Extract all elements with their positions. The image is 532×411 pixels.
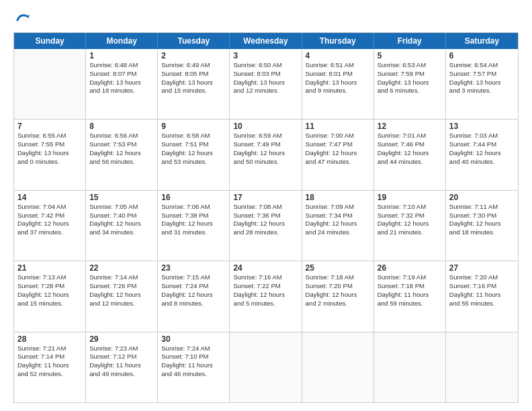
calendar-cell: [14, 49, 86, 119]
day-number: 7: [17, 122, 82, 131]
day-number: 26: [378, 263, 442, 273]
calendar-cell: 21Sunrise: 7:13 AM Sunset: 7:28 PM Dayli…: [14, 261, 86, 331]
calendar-body: 1Sunrise: 6:48 AM Sunset: 8:07 PM Daylig…: [14, 49, 518, 402]
calendar-row: 7Sunrise: 6:55 AM Sunset: 7:55 PM Daylig…: [14, 120, 518, 190]
day-detail: Sunrise: 7:15 AM Sunset: 7:24 PM Dayligh…: [161, 273, 226, 308]
calendar-row: 28Sunrise: 7:21 AM Sunset: 7:14 PM Dayli…: [14, 332, 518, 402]
calendar-cell: 1Sunrise: 6:48 AM Sunset: 8:07 PM Daylig…: [86, 49, 158, 119]
day-number: 23: [161, 263, 226, 273]
day-detail: Sunrise: 7:09 AM Sunset: 7:34 PM Dayligh…: [306, 203, 370, 237]
calendar-cell: 8Sunrise: 6:56 AM Sunset: 7:53 PM Daylig…: [86, 120, 158, 189]
calendar-cell: 5Sunrise: 6:53 AM Sunset: 7:59 PM Daylig…: [374, 49, 446, 119]
day-detail: Sunrise: 7:24 AM Sunset: 7:10 PM Dayligh…: [161, 345, 226, 379]
day-number: 29: [89, 334, 154, 344]
day-number: 20: [449, 193, 515, 202]
day-detail: Sunrise: 7:08 AM Sunset: 7:36 PM Dayligh…: [233, 203, 298, 237]
calendar-cell: 22Sunrise: 7:14 AM Sunset: 7:26 PM Dayli…: [86, 261, 158, 331]
day-detail: Sunrise: 7:19 AM Sunset: 7:18 PM Dayligh…: [378, 273, 442, 308]
day-detail: Sunrise: 7:01 AM Sunset: 7:46 PM Dayligh…: [378, 132, 442, 166]
calendar-row: 21Sunrise: 7:13 AM Sunset: 7:28 PM Dayli…: [14, 261, 518, 332]
calendar-row: 14Sunrise: 7:04 AM Sunset: 7:42 PM Dayli…: [14, 191, 518, 261]
day-detail: Sunrise: 7:04 AM Sunset: 7:42 PM Dayligh…: [17, 203, 82, 237]
day-number: 5: [378, 51, 442, 60]
day-number: 28: [17, 334, 82, 344]
day-number: 30: [161, 334, 226, 344]
day-detail: Sunrise: 7:10 AM Sunset: 7:32 PM Dayligh…: [378, 203, 442, 237]
day-detail: Sunrise: 6:53 AM Sunset: 7:59 PM Dayligh…: [378, 61, 442, 95]
day-detail: Sunrise: 6:58 AM Sunset: 7:51 PM Dayligh…: [161, 132, 226, 166]
calendar: SundayMondayTuesdayWednesdayThursdayFrid…: [13, 32, 519, 403]
day-number: 24: [233, 263, 298, 273]
calendar-cell: [446, 332, 518, 402]
day-number: 25: [306, 263, 370, 273]
calendar-cell: [374, 332, 446, 402]
calendar-cell: 18Sunrise: 7:09 AM Sunset: 7:34 PM Dayli…: [302, 191, 374, 261]
calendar-row: 1Sunrise: 6:48 AM Sunset: 8:07 PM Daylig…: [14, 49, 518, 120]
calendar-cell: 30Sunrise: 7:24 AM Sunset: 7:10 PM Dayli…: [158, 332, 230, 402]
day-number: 16: [161, 193, 226, 202]
header: [13, 11, 519, 26]
weekday-header: Monday: [86, 33, 158, 49]
logo-icon: [15, 11, 30, 26]
day-detail: Sunrise: 7:21 AM Sunset: 7:14 PM Dayligh…: [17, 345, 82, 379]
calendar-cell: 24Sunrise: 7:16 AM Sunset: 7:22 PM Dayli…: [230, 261, 302, 331]
weekday-header: Thursday: [302, 33, 374, 49]
calendar-cell: 27Sunrise: 7:20 AM Sunset: 7:16 PM Dayli…: [446, 261, 518, 331]
calendar-cell: 23Sunrise: 7:15 AM Sunset: 7:24 PM Dayli…: [158, 261, 230, 331]
day-number: 19: [378, 193, 442, 202]
day-number: 21: [17, 263, 82, 273]
day-detail: Sunrise: 7:03 AM Sunset: 7:44 PM Dayligh…: [449, 132, 515, 166]
weekday-header: Sunday: [14, 33, 86, 49]
day-number: 2: [161, 51, 226, 60]
day-detail: Sunrise: 6:55 AM Sunset: 7:55 PM Dayligh…: [17, 132, 82, 166]
day-detail: Sunrise: 7:06 AM Sunset: 7:38 PM Dayligh…: [161, 203, 226, 237]
weekday-header: Tuesday: [158, 33, 230, 49]
calendar-cell: 15Sunrise: 7:05 AM Sunset: 7:40 PM Dayli…: [86, 191, 158, 261]
calendar-cell: 3Sunrise: 6:50 AM Sunset: 8:03 PM Daylig…: [230, 49, 302, 119]
day-number: 4: [306, 51, 370, 60]
day-detail: Sunrise: 6:59 AM Sunset: 7:49 PM Dayligh…: [233, 132, 298, 166]
calendar-cell: 17Sunrise: 7:08 AM Sunset: 7:36 PM Dayli…: [230, 191, 302, 261]
day-detail: Sunrise: 7:16 AM Sunset: 7:22 PM Dayligh…: [233, 273, 298, 308]
calendar-cell: 29Sunrise: 7:23 AM Sunset: 7:12 PM Dayli…: [86, 332, 158, 402]
day-number: 13: [449, 122, 515, 131]
day-detail: Sunrise: 7:11 AM Sunset: 7:30 PM Dayligh…: [449, 203, 515, 237]
calendar-cell: 7Sunrise: 6:55 AM Sunset: 7:55 PM Daylig…: [14, 120, 86, 189]
page: SundayMondayTuesdayWednesdayThursdayFrid…: [0, 0, 532, 411]
calendar-cell: [230, 332, 302, 402]
day-detail: Sunrise: 7:13 AM Sunset: 7:28 PM Dayligh…: [17, 273, 82, 308]
day-detail: Sunrise: 6:51 AM Sunset: 8:01 PM Dayligh…: [306, 61, 370, 95]
weekday-header: Wednesday: [230, 33, 302, 49]
logo: [13, 11, 30, 26]
day-number: 9: [161, 122, 226, 131]
calendar-cell: 25Sunrise: 7:18 AM Sunset: 7:20 PM Dayli…: [302, 261, 374, 331]
day-detail: Sunrise: 7:14 AM Sunset: 7:26 PM Dayligh…: [89, 273, 154, 308]
day-number: 14: [17, 193, 82, 202]
calendar-cell: 28Sunrise: 7:21 AM Sunset: 7:14 PM Dayli…: [14, 332, 86, 402]
day-detail: Sunrise: 6:54 AM Sunset: 7:57 PM Dayligh…: [449, 61, 515, 95]
day-detail: Sunrise: 7:23 AM Sunset: 7:12 PM Dayligh…: [89, 345, 154, 379]
calendar-cell: 13Sunrise: 7:03 AM Sunset: 7:44 PM Dayli…: [446, 120, 518, 189]
day-number: 27: [449, 263, 515, 273]
day-detail: Sunrise: 6:48 AM Sunset: 8:07 PM Dayligh…: [89, 61, 154, 95]
calendar-cell: 9Sunrise: 6:58 AM Sunset: 7:51 PM Daylig…: [158, 120, 230, 189]
weekday-header: Saturday: [446, 33, 518, 49]
calendar-cell: 10Sunrise: 6:59 AM Sunset: 7:49 PM Dayli…: [230, 120, 302, 189]
day-detail: Sunrise: 7:00 AM Sunset: 7:47 PM Dayligh…: [306, 132, 370, 166]
day-number: 15: [89, 193, 154, 202]
day-detail: Sunrise: 7:18 AM Sunset: 7:20 PM Dayligh…: [306, 273, 370, 308]
day-detail: Sunrise: 6:56 AM Sunset: 7:53 PM Dayligh…: [89, 132, 154, 166]
day-number: 8: [89, 122, 154, 131]
calendar-cell: 6Sunrise: 6:54 AM Sunset: 7:57 PM Daylig…: [446, 49, 518, 119]
calendar-header: SundayMondayTuesdayWednesdayThursdayFrid…: [14, 33, 518, 49]
calendar-cell: 16Sunrise: 7:06 AM Sunset: 7:38 PM Dayli…: [158, 191, 230, 261]
day-number: 18: [306, 193, 370, 202]
weekday-header: Friday: [374, 33, 446, 49]
day-number: 10: [233, 122, 298, 131]
day-number: 1: [89, 51, 154, 60]
calendar-cell: 26Sunrise: 7:19 AM Sunset: 7:18 PM Dayli…: [374, 261, 446, 331]
day-number: 22: [89, 263, 154, 273]
day-number: 17: [233, 193, 298, 202]
calendar-cell: 2Sunrise: 6:49 AM Sunset: 8:05 PM Daylig…: [158, 49, 230, 119]
calendar-cell: 19Sunrise: 7:10 AM Sunset: 7:32 PM Dayli…: [374, 191, 446, 261]
